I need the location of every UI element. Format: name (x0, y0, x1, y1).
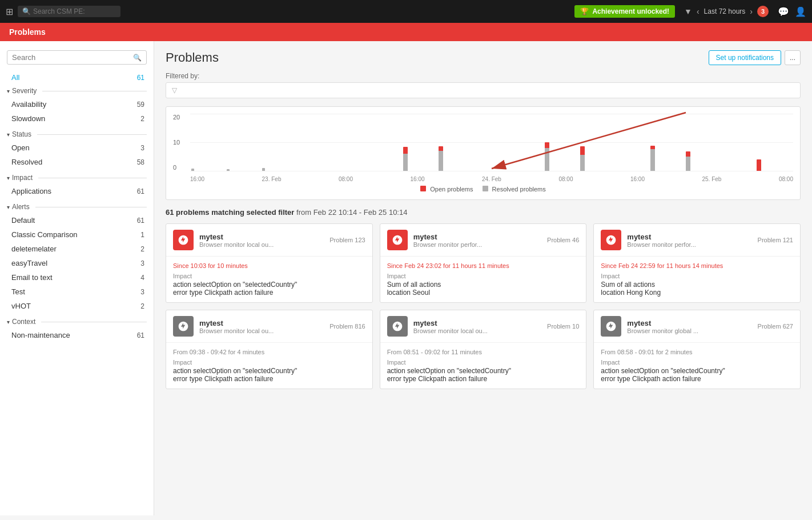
more-options-button[interactable]: ... (785, 50, 801, 65)
notification-badge[interactable]: 3 (757, 6, 769, 17)
search-icon: 🔍 (22, 7, 31, 15)
status-section-header[interactable]: ▾ Status (0, 128, 154, 141)
filter-icon[interactable]: ▼ (684, 7, 692, 16)
card-icon-6 (601, 316, 621, 337)
severity-section-header[interactable]: ▾ Severity (0, 85, 154, 97)
card-title-group-5: mytest Browser monitor local ou... (413, 319, 541, 334)
card-header-6: mytest Browser monitor global ... Proble… (594, 310, 800, 343)
page-titlebar: Problems (0, 23, 812, 41)
problem-card-6[interactable]: mytest Browser monitor global ... Proble… (593, 310, 801, 389)
section-divider (41, 322, 147, 322)
sidebar-section-status: ▾ Status Open 3 Resolved 58 (0, 128, 154, 169)
set-up-notifications-button[interactable]: Set up notifications (709, 50, 781, 65)
time-range-selector[interactable]: Last 72 hours (704, 7, 746, 15)
section-divider (38, 178, 147, 178)
trophy-icon: 🏆 (580, 7, 589, 15)
card-header-2: mytest Browser monitor perfor... Problem… (380, 224, 586, 257)
card-title-group-3: mytest Browser monitor perfor... (627, 233, 751, 248)
topbar-user-icons: 💬 👤 (778, 6, 806, 17)
sidebar-search-icon: 🔍 (133, 54, 142, 62)
section-divider (42, 91, 147, 91)
chart-bars (190, 114, 793, 171)
prev-time-arrow[interactable]: ‹ (697, 7, 700, 16)
sidebar-item-slowdown[interactable]: Slowdown 2 (0, 111, 154, 126)
section-divider (35, 207, 147, 207)
topbar: ⊞ 🔍 🏆 Achievement unlocked! ▼ ‹ Last 72 … (0, 0, 812, 23)
card-body-1: Since 10:03 for 10 minutes Impact action… (166, 257, 372, 302)
alerts-section-header[interactable]: ▾ Alerts (0, 201, 154, 213)
sidebar-item-deletemelater[interactable]: deletemelater 2 (0, 242, 154, 256)
card-header-5: mytest Browser monitor local ou... Probl… (380, 310, 586, 343)
sidebar-section-context: ▾ Context Non-maintenance 61 (0, 315, 154, 342)
main-layout: 🔍 All 61 ▾ Severity Availability 59 Slow… (0, 41, 812, 515)
card-body-6: From 08:58 - 09:01 for 2 minutes Impact … (594, 343, 800, 389)
problems-count: 61 problems matching selected filter fro… (166, 208, 801, 217)
sidebar-section-impact: ▾ Impact Applications 61 (0, 171, 154, 198)
card-body-4: From 09:38 - 09:42 for 4 minutes Impact … (166, 343, 372, 389)
card-title-group-2: mytest Browser monitor perfor... (413, 233, 541, 248)
problems-cards-grid: mytest Browser monitor local ou... Probl… (166, 223, 801, 389)
context-section-header[interactable]: ▾ Context (0, 315, 154, 328)
grid-icon[interactable]: ⊞ (6, 6, 13, 17)
card-header-3: mytest Browser monitor perfor... Problem… (594, 224, 800, 257)
topbar-search-box[interactable]: 🔍 (18, 6, 120, 17)
sidebar-item-test[interactable]: Test 3 (0, 285, 154, 299)
problem-card-4[interactable]: mytest Browser monitor local ou... Probl… (166, 310, 373, 389)
topbar-search-input[interactable] (33, 7, 107, 15)
page-title: Problems (9, 27, 46, 37)
sidebar-item-email-to-text[interactable]: Email to text 4 (0, 270, 154, 285)
main-header: Problems Set up notifications ... (166, 50, 801, 65)
section-divider (37, 134, 147, 135)
card-icon-3 (601, 230, 621, 250)
chevron-down-icon: ▾ (7, 204, 10, 210)
sidebar: 🔍 All 61 ▾ Severity Availability 59 Slow… (0, 41, 154, 515)
next-time-arrow[interactable]: › (750, 7, 753, 16)
card-header-4: mytest Browser monitor local ou... Probl… (166, 310, 372, 343)
sidebar-section-severity: ▾ Severity Availability 59 Slowdown 2 (0, 85, 154, 126)
chart-x-axis: 16:00 23. Feb 08:00 16:00 24. Feb 08:00 … (190, 176, 793, 182)
sidebar-item-easytravel[interactable]: easyTravel 3 (0, 256, 154, 270)
sidebar-item-default[interactable]: Default 61 (0, 213, 154, 227)
chart-area: 20 10 0 (173, 114, 793, 182)
card-title-group-4: mytest Browser monitor local ou... (199, 319, 324, 334)
sidebar-item-non-maintenance[interactable]: Non-maintenance 61 (0, 328, 154, 342)
problem-card-2[interactable]: mytest Browser monitor perfor... Problem… (380, 223, 587, 303)
chevron-down-icon: ▾ (7, 175, 10, 181)
sidebar-item-resolved[interactable]: Resolved 58 (0, 155, 154, 169)
card-icon-4 (173, 316, 194, 337)
sidebar-section-alerts: ▾ Alerts Default 61 Classic Comparison 1… (0, 201, 154, 313)
resolved-legend-dot (483, 186, 488, 191)
filter-label: Filtered by: (166, 72, 801, 80)
problem-card-3[interactable]: mytest Browser monitor perfor... Problem… (593, 223, 801, 303)
chevron-down-icon: ▾ (7, 319, 10, 325)
impact-section-header[interactable]: ▾ Impact (0, 171, 154, 184)
chart-legend: Open problems Resolved problems (173, 186, 793, 193)
sidebar-item-open[interactable]: Open 3 (0, 141, 154, 155)
card-header-1: mytest Browser monitor local ou... Probl… (166, 224, 372, 257)
card-icon-2 (387, 230, 408, 250)
chart-y-axis: 20 10 0 (173, 114, 190, 171)
problem-card-1[interactable]: mytest Browser monitor local ou... Probl… (166, 223, 373, 303)
open-legend-dot (420, 186, 426, 191)
card-body-5: From 08:51 - 09:02 for 11 minutes Impact… (380, 343, 586, 389)
chevron-down-icon: ▾ (7, 131, 10, 138)
card-title-group-1: mytest Browser monitor local ou... (199, 233, 324, 248)
main-content: Problems Set up notifications ... Filter… (154, 41, 812, 515)
message-icon[interactable]: 💬 (778, 6, 789, 17)
sidebar-search-box[interactable]: 🔍 (7, 50, 147, 65)
sidebar-item-all[interactable]: All 61 (0, 70, 154, 85)
sidebar-item-applications[interactable]: Applications 61 (0, 184, 154, 198)
card-title-group-6: mytest Browser monitor global ... (627, 319, 751, 334)
filter-funnel-icon: ▽ (172, 86, 177, 94)
card-icon-1 (173, 230, 194, 250)
user-icon[interactable]: 👤 (795, 6, 806, 17)
card-body-2: Since Feb 24 23:02 for 11 hours 11 minut… (380, 257, 586, 302)
card-icon-5 (387, 316, 408, 337)
problem-card-5[interactable]: mytest Browser monitor local ou... Probl… (380, 310, 587, 389)
sidebar-item-classic-comparison[interactable]: Classic Comparison 1 (0, 227, 154, 242)
header-actions: Set up notifications ... (709, 50, 801, 65)
sidebar-search-input[interactable] (12, 53, 133, 62)
filter-bar[interactable]: ▽ (166, 82, 801, 98)
sidebar-item-availability[interactable]: Availability 59 (0, 97, 154, 111)
sidebar-item-vhot[interactable]: vHOT 2 (0, 299, 154, 313)
